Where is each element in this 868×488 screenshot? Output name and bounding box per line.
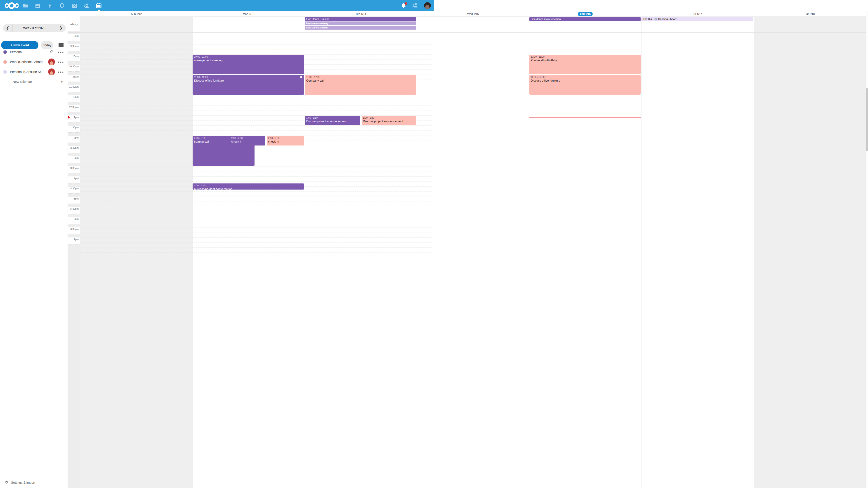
calendar-week-view: Sun 1/12Mon 1/13Tue 1/14Wed 1/15Thu 1/16… (68, 11, 434, 244)
time-label: 5:30pm (68, 207, 80, 217)
time-label: 1:30pm (68, 126, 80, 136)
day-header[interactable]: Wed 1/15 (417, 11, 434, 17)
current-time-arrow-icon (68, 116, 70, 119)
time-label: 10am (68, 55, 80, 65)
alarm-bell-icon (300, 76, 303, 78)
view-switcher-icon[interactable] (59, 43, 64, 47)
time-label: 7pm (68, 237, 80, 244)
calendar-color-dot (3, 51, 7, 54)
day-header-row: Sun 1/12Mon 1/13Tue 1/14Wed 1/15Thu 1/16… (80, 11, 434, 17)
contacts-menu-icon[interactable] (412, 2, 418, 9)
nextcloud-logo-icon[interactable] (5, 2, 19, 10)
calendar-actions-menu-icon[interactable]: ●●● (58, 60, 64, 64)
new-calendar-row[interactable]: + New calendar + (0, 77, 68, 87)
photos-icon[interactable] (35, 3, 41, 8)
activity-icon[interactable] (47, 3, 53, 8)
time-label: 4pm (68, 176, 80, 187)
event[interactable]: 4:20 - 4:40purchasing dept conversation (193, 184, 304, 190)
time-label: 10:30am (68, 65, 80, 75)
time-label: 3pm (68, 156, 80, 166)
all-day-events-layer: Line Dance TrainingLine dance trainingLi… (80, 17, 434, 33)
calendar-item-personal-christine[interactable]: Personal (Christine Scho… ●●● (0, 67, 68, 77)
time-label: 9am (68, 34, 80, 44)
calendar-actions-menu-icon[interactable]: ●●● (58, 51, 64, 54)
time-grid[interactable]: 9am9:30am10am10:30am11am11:30am12pm12:30… (68, 33, 434, 244)
notifications-bell-icon[interactable] (401, 3, 406, 8)
shared-by-avatar (48, 59, 55, 65)
talk-icon[interactable] (59, 3, 65, 8)
time-label: 12pm (68, 95, 80, 105)
events-layer: 10:00 - 11:00management meeting11:00 - 1… (80, 33, 434, 244)
week-label[interactable]: Week 3 of 2020 (13, 26, 56, 30)
all-day-divider (68, 32, 434, 33)
app-navigation-bar (23, 0, 102, 11)
event[interactable]: 11:00 - 12:00Company call (305, 75, 416, 95)
day-header[interactable]: Tue 1/14 (305, 11, 417, 17)
all-day-gutter: all-day (68, 17, 80, 33)
all-day-row: all-day Line Dance TrainingLine dance tr… (68, 17, 434, 33)
all-day-label: all-day (68, 17, 80, 31)
next-week-button[interactable]: ❯ (56, 24, 66, 32)
time-label: 2:30pm (68, 146, 80, 156)
time-label: 9:30am (68, 44, 80, 55)
all-day-event[interactable]: Line dance training (305, 26, 416, 30)
all-day-event[interactable]: Line dance training (305, 22, 416, 25)
calendar-item-personal[interactable]: Personal ●●● (0, 47, 68, 57)
event[interactable]: 1:00 - 1:30Discuss project announcement (362, 116, 416, 125)
event[interactable]: 2:00 - 2:30check-in (267, 136, 304, 145)
previous-week-button[interactable]: ❮ (3, 24, 13, 32)
time-label: 6pm (68, 217, 80, 227)
contacts-icon[interactable] (84, 3, 90, 8)
time-label: 2pm (68, 136, 80, 146)
files-icon[interactable] (23, 3, 29, 8)
shared-by-avatar (48, 68, 55, 75)
time-label: 11:30am (68, 85, 80, 95)
time-axis-gutter: 9am9:30am10am10:30am11am11:30am12pm12:30… (68, 33, 80, 244)
time-label: 4:30pm (68, 187, 80, 197)
calendar-color-dot (3, 70, 7, 74)
time-label: 3:30pm (68, 166, 80, 176)
time-label: 12:30pm (68, 105, 80, 116)
calendar-color-dot (3, 60, 7, 64)
active-app-indicator (97, 9, 101, 11)
time-label: 6:30pm (68, 227, 80, 237)
time-label: 11am (68, 75, 80, 85)
notification-badge (405, 2, 407, 5)
day-header[interactable]: Sun 1/12 (80, 11, 192, 17)
calendar-actions-menu-icon[interactable]: ●●● (58, 70, 64, 74)
top-bar-right (401, 0, 431, 11)
week-navigation: ❮ Week 3 of 2020 ❯ (3, 24, 66, 32)
event[interactable]: 11:00 - 12:00Discuss office furniture (193, 75, 304, 95)
calendar-item-work-christine[interactable]: Work (Christine Schott) ●●● (0, 57, 68, 67)
time-label: 5pm (68, 197, 80, 207)
event[interactable]: 1:00 - 1:30Discuss project announcement (305, 116, 360, 125)
event[interactable]: 10:00 - 11:00management meeting (193, 55, 304, 74)
day-header[interactable]: Mon 1/13 (192, 11, 305, 17)
plus-icon[interactable]: + (60, 79, 63, 85)
sidebar: ❮ Week 3 of 2020 ❯ + New event Today Per… (0, 11, 68, 244)
share-link-icon[interactable] (50, 50, 54, 55)
mail-icon[interactable] (71, 3, 77, 8)
user-avatar[interactable] (424, 2, 431, 9)
all-day-event[interactable]: Line Dance Training (305, 17, 416, 21)
event[interactable]: 2:00 - 2:30check-in (230, 136, 265, 145)
top-bar (0, 0, 434, 11)
calendar-icon[interactable] (96, 3, 102, 8)
